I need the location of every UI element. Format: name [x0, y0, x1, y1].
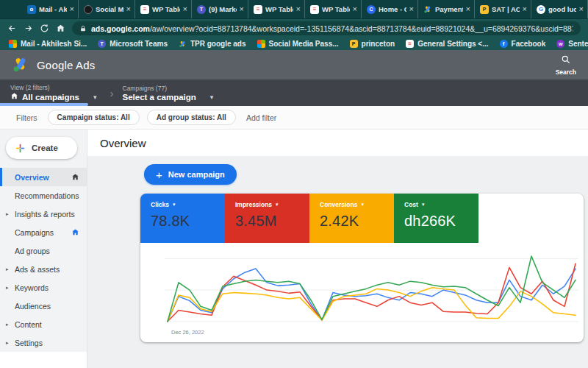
sidebar-item-label: Overview [15, 173, 71, 182]
forward-button[interactable] [24, 24, 33, 33]
metric-name: Conversions [320, 201, 358, 208]
browser-tab[interactable]: WP Table B× [135, 0, 192, 18]
reload-button[interactable] [40, 24, 49, 33]
metric-value: 2.42K [320, 213, 394, 230]
search-button[interactable]: Search [556, 54, 576, 76]
ms-icon [257, 40, 265, 48]
outlook-icon [27, 5, 36, 14]
browser-tab[interactable]: Home - Ca× [362, 0, 418, 18]
expand-icon[interactable]: ▸ [6, 340, 9, 346]
plus-icon: + [156, 169, 162, 181]
tab-title: WP Table B [265, 5, 293, 13]
close-icon[interactable]: × [523, 5, 527, 13]
page-body: Create OverviewRecommendations▸Insights … [0, 130, 588, 368]
sidebar-item-ads-assets[interactable]: ▸Ads & assets [0, 260, 87, 278]
w-icon [556, 40, 564, 48]
filter-chip-ad-group-status-all[interactable]: Ad group status: All [147, 110, 236, 125]
close-icon[interactable]: × [353, 5, 357, 13]
metric-label[interactable]: Impressions▾ [235, 201, 309, 208]
bookmark-microsoft-teams[interactable]: Microsoft Teams [98, 40, 168, 48]
sidebar-item-keywords[interactable]: ▸Keywords [0, 278, 87, 297]
sidebar-item-label: Ads & assets [15, 265, 79, 274]
bookmark-facebook[interactable]: Facebook [500, 40, 546, 48]
close-icon[interactable]: × [183, 5, 187, 13]
bookmark-tpr-google-ads[interactable]: TPR google ads [179, 40, 246, 48]
sidebar-item-insights-reports[interactable]: ▸Insights & reports [0, 205, 87, 223]
close-icon[interactable]: × [126, 5, 131, 13]
sidebar-nav: OverviewRecommendations▸Insights & repor… [0, 168, 87, 352]
metric-label[interactable]: Cost▾ [404, 201, 478, 208]
expand-icon[interactable]: ▸ [6, 285, 9, 291]
sidebar-item-label: Content [15, 320, 79, 329]
new-campaign-button[interactable]: + New campaign [144, 164, 237, 185]
home-button[interactable] [56, 24, 65, 33]
browser-tab[interactable]: good luck× [531, 0, 588, 18]
close-icon[interactable]: × [70, 5, 74, 13]
chevron-down-icon: ▾ [93, 93, 97, 101]
metric-label[interactable]: Conversions▾ [320, 201, 394, 208]
bookmark-social-media-pass[interactable]: Social Media Pass... [257, 40, 339, 48]
campaign-selector[interactable]: Campaigns (77) Select a campaign ▾ [123, 85, 214, 102]
bookmark-title: General Settings <... [417, 40, 488, 48]
sidebar-item-settings[interactable]: ▸Settings [0, 333, 87, 352]
metric-card-conversions[interactable]: Conversions▾2.42K [309, 194, 394, 243]
metric-card-cost[interactable]: Cost▾dh266K [394, 194, 478, 243]
tab-title: SAT | ACT [492, 5, 520, 13]
close-icon[interactable]: × [240, 5, 244, 13]
bookmark-title: Microsoft Teams [110, 40, 168, 48]
close-icon[interactable]: × [579, 5, 584, 13]
filter-chip-campaign-status-all[interactable]: Campaign status: All [48, 110, 140, 125]
metric-card-clicks[interactable]: Clicks▾78.8K [140, 194, 225, 243]
close-icon[interactable]: × [409, 5, 414, 13]
tab-title: Social Med [96, 5, 123, 13]
sidebar-item-recommendations[interactable]: Recommendations [0, 186, 87, 205]
expand-icon[interactable]: ▸ [6, 266, 9, 272]
url-domain: ads.google.com [91, 24, 150, 33]
back-button[interactable] [7, 24, 17, 33]
bookmark-princeton[interactable]: princeton [350, 40, 395, 48]
sidebar-item-label: Recommendations [15, 191, 79, 200]
bookmark-sentence-rewriter[interactable]: Sentence Rewriter... [556, 40, 588, 48]
browser-tab[interactable]: (9) Marketi× [192, 0, 248, 18]
close-icon[interactable]: × [466, 5, 470, 13]
address-bar[interactable]: ads.google.com/aw/overview?ocid=88713784… [72, 21, 581, 35]
browser-tab[interactable]: Social Med× [79, 0, 135, 18]
metric-card-impressions[interactable]: Impressions▾3.45M [225, 194, 309, 243]
google-icon [537, 5, 545, 14]
wp-table-icon [310, 5, 319, 14]
view-selector[interactable]: View (2 filters) All campaigns ▾ [10, 84, 97, 102]
sidebar-item-ad-groups[interactable]: Ad groups [0, 241, 87, 260]
bookmark-general-settings[interactable]: General Settings <... [406, 40, 488, 48]
teams-icon [98, 40, 106, 48]
lock-icon[interactable] [79, 22, 87, 35]
sidebar-item-content[interactable]: ▸Content [0, 315, 87, 333]
sidebar-item-audiences[interactable]: Audiences [0, 297, 87, 315]
overview-chart[interactable] [165, 250, 578, 333]
sidebar-item-label: Campaigns [15, 228, 71, 237]
browser-tab[interactable]: SAT | ACT× [475, 0, 531, 18]
sidebar: Create OverviewRecommendations▸Insights … [0, 130, 87, 352]
sidebar-item-campaigns[interactable]: Campaigns [0, 223, 87, 241]
bookmark-mail-akhilesh-si[interactable]: Mail - Akhilesh Si... [9, 40, 87, 48]
sidebar-item-overview[interactable]: Overview [0, 168, 87, 186]
close-icon[interactable]: × [296, 5, 301, 13]
tab-title: WP Table B [152, 5, 180, 13]
create-button[interactable]: Create [6, 137, 77, 159]
expand-icon[interactable]: ▸ [6, 211, 9, 217]
browser-tab[interactable]: WP Table B× [305, 0, 362, 18]
browser-tab[interactable]: Payment m× [418, 0, 475, 18]
sidebar-item-label: Ad groups [15, 247, 79, 255]
expand-icon[interactable]: ▸ [6, 322, 9, 328]
ads-icon [423, 5, 432, 14]
view-value: All campaigns [22, 93, 79, 102]
metric-label[interactable]: Clicks▾ [151, 201, 225, 208]
browser-tab[interactable]: WP Table B× [248, 0, 305, 18]
view-caption: View (2 filters) [10, 84, 97, 91]
chart-line-impressions [168, 263, 576, 322]
browser-tab[interactable]: Mail - Akhil× [22, 0, 79, 18]
home-icon [10, 92, 18, 102]
horizontal-scrollbar[interactable] [0, 103, 88, 106]
chevron-down-icon: ▾ [276, 202, 279, 208]
yellowp-icon [480, 5, 489, 14]
add-filter-button[interactable]: Add filter [246, 113, 276, 122]
